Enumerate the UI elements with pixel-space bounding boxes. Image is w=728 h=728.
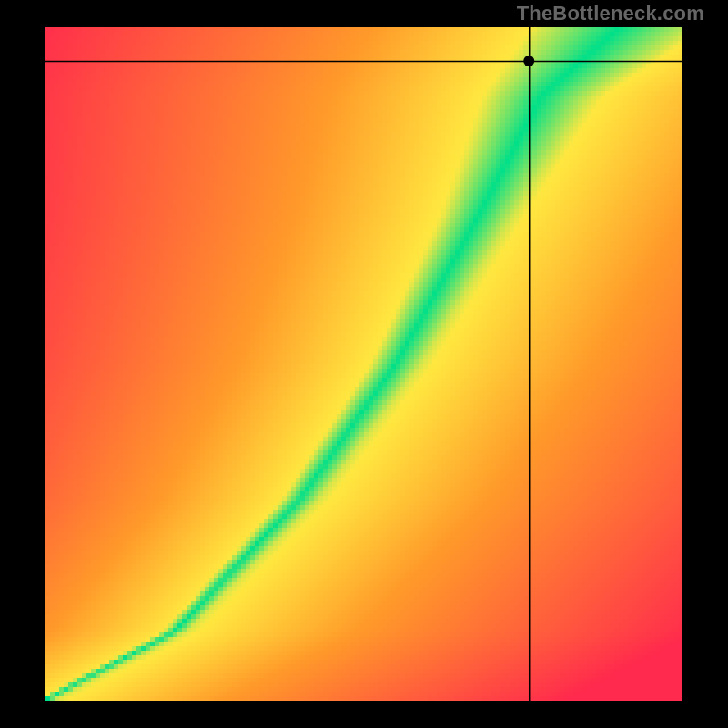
plot-frame — [46, 27, 682, 701]
crosshair-overlay — [46, 27, 682, 701]
attribution-text: TheBottleneck.com — [517, 2, 704, 25]
stage: TheBottleneck.com — [0, 0, 728, 728]
